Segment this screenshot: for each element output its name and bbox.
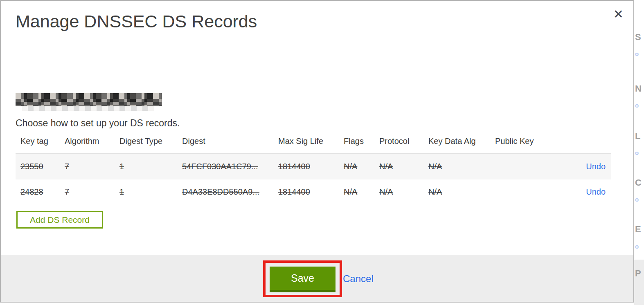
column-header-algorithm: Algorithm <box>65 136 119 154</box>
cell-max-sig-life: 1814400 <box>278 179 344 205</box>
occluded-link-fragment: o <box>635 196 639 202</box>
table-header-row: Key tag Algorithm Digest Type Digest Max… <box>16 136 611 154</box>
column-header-public-key: Public Key <box>495 136 561 154</box>
cell-digest: 54FCF030AA1C79... <box>182 154 278 179</box>
add-ds-record-button[interactable]: Add DS Record <box>16 211 103 229</box>
cell-digest-type: 1 <box>119 154 182 179</box>
column-header-key-data-alg: Key Data Alg <box>428 136 495 154</box>
column-header-key-tag: Key tag <box>16 136 65 154</box>
occluded-text-fragment: S <box>635 33 641 42</box>
occluded-text-fragment: L <box>635 132 640 141</box>
redacted-domain-name <box>16 93 162 106</box>
occluded-text-fragment: E <box>635 225 641 234</box>
save-button[interactable]: Save <box>270 267 336 292</box>
undo-link[interactable]: Undo <box>586 162 606 171</box>
page-background: S o N o L o C o E o P Manage DNSSEC DS R… <box>0 0 644 305</box>
cell-key-tag: 23550 <box>16 154 65 179</box>
cell-protocol: N/A <box>379 179 428 205</box>
cell-flags: N/A <box>344 179 379 205</box>
close-button[interactable]: ✕ <box>613 8 624 20</box>
occluded-text-fragment: N <box>635 84 642 93</box>
cell-key-tag: 24828 <box>16 179 65 205</box>
occluded-link-fragment: o <box>635 150 639 156</box>
dnssec-ds-records-modal: Manage DNSSEC DS Records ✕ Choose how to… <box>0 0 634 303</box>
cell-action: Undo <box>561 154 611 179</box>
redacted-domain-shadow <box>22 106 154 111</box>
occluded-page-strip: S o N o L o C o E o P <box>634 0 644 305</box>
cancel-link[interactable]: Cancel <box>343 273 374 285</box>
cell-key-data-alg: N/A <box>428 179 495 205</box>
occluded-link-fragment: o <box>635 102 639 108</box>
occluded-text-fragment: C <box>635 178 642 187</box>
undo-link[interactable]: Undo <box>586 187 606 196</box>
column-header-protocol: Protocol <box>379 136 428 154</box>
column-header-digest: Digest <box>182 136 278 154</box>
ds-records-table: Key tag Algorithm Digest Type Digest Max… <box>16 136 611 205</box>
cell-algorithm: 7 <box>65 179 119 205</box>
cell-digest-type: 1 <box>119 179 182 205</box>
instruction-text: Choose how to set up your DS records. <box>16 118 180 129</box>
column-header-max-sig-life: Max Sig Life <box>278 136 344 154</box>
modal-footer: Save Cancel <box>1 255 633 302</box>
annotation-red-box: Save <box>263 260 342 297</box>
modal-title: Manage DNSSEC DS Records <box>16 11 257 31</box>
column-header-flags: Flags <box>344 136 379 154</box>
cell-action: Undo <box>561 179 611 205</box>
ds-record-row-deleted: 23550 7 1 54FCF030AA1C79... 1814400 N/A … <box>16 154 611 179</box>
cell-max-sig-life: 1814400 <box>278 154 344 179</box>
column-header-digest-type: Digest Type <box>119 136 182 154</box>
cell-flags: N/A <box>344 154 379 179</box>
occluded-page-footer <box>634 260 644 305</box>
cell-key-data-alg: N/A <box>428 154 495 179</box>
cell-public-key <box>495 179 561 205</box>
cell-protocol: N/A <box>379 154 428 179</box>
cell-algorithm: 7 <box>65 154 119 179</box>
occluded-link-fragment: o <box>635 51 639 57</box>
occluded-text-fragment: P <box>635 269 641 278</box>
occluded-link-fragment: o <box>635 243 639 249</box>
cell-digest: D4A33E8DD550A9... <box>182 179 278 205</box>
cell-public-key <box>495 154 561 179</box>
column-header-action <box>561 136 611 154</box>
close-icon: ✕ <box>613 7 624 21</box>
ds-record-row-deleted: 24828 7 1 D4A33E8DD550A9... 1814400 N/A … <box>16 179 611 205</box>
